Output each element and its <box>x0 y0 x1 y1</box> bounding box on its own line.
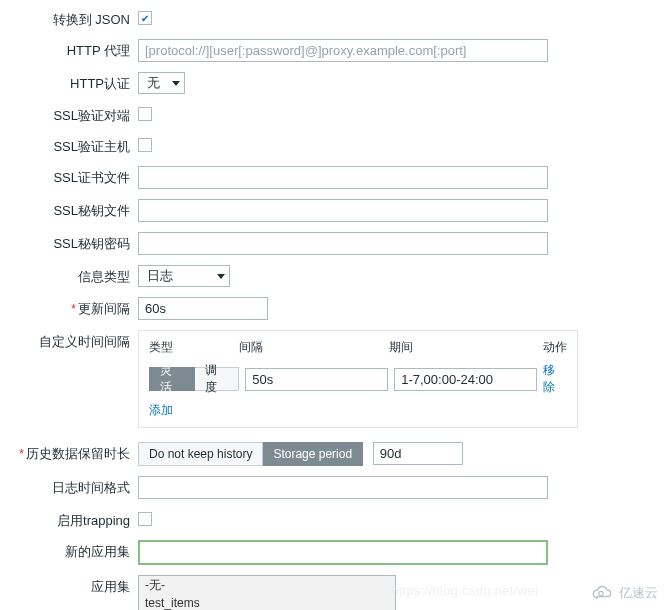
new-appset-input[interactable] <box>138 540 548 565</box>
update-interval-input[interactable] <box>138 297 268 320</box>
ssl-key-file-label: SSL秘钥文件 <box>14 199 138 220</box>
storage-period-button[interactable]: Storage period <box>263 442 363 466</box>
interval-value-input[interactable] <box>245 368 388 391</box>
period-value-input[interactable] <box>394 368 537 391</box>
http-auth-value: 无 <box>147 74 160 92</box>
appset-listbox[interactable]: -无- test_items web <box>138 575 396 610</box>
watermark: 亿速云 <box>591 584 658 602</box>
info-type-label: 信息类型 <box>14 265 138 286</box>
ssl-cert-file-input[interactable] <box>138 166 548 189</box>
remove-link[interactable]: 移除 <box>543 362 567 396</box>
add-link[interactable]: 添加 <box>149 403 173 417</box>
log-time-format-input[interactable] <box>138 476 548 499</box>
history-group: Do not keep history Storage period <box>138 442 363 466</box>
ssl-cert-file-label: SSL证书文件 <box>14 166 138 187</box>
chevron-down-icon <box>172 81 180 86</box>
info-type-value: 日志 <box>147 267 173 285</box>
ssl-verify-host-label: SSL验证主机 <box>14 135 138 156</box>
history-label: *历史数据保留时长 <box>14 442 138 463</box>
col-action: 动作 <box>541 337 567 358</box>
http-auth-select[interactable]: 无 <box>138 72 185 94</box>
ssl-verify-peer-label: SSL验证对端 <box>14 104 138 125</box>
col-interval: 间隔 <box>239 337 389 358</box>
http-proxy-label: HTTP 代理 <box>14 39 138 60</box>
chevron-down-icon <box>217 274 225 279</box>
convert-json-checkbox[interactable] <box>138 11 152 25</box>
interval-type-group: 灵活 调度 <box>149 367 239 391</box>
enable-trapping-checkbox[interactable] <box>138 512 152 526</box>
info-type-select[interactable]: 日志 <box>138 265 230 287</box>
type-schedule-button[interactable]: 调度 <box>195 367 240 391</box>
enable-trapping-label: 启用trapping <box>14 509 138 530</box>
do-not-keep-button[interactable]: Do not keep history <box>138 442 263 466</box>
appset-option[interactable]: -无- <box>139 576 395 595</box>
svg-point-0 <box>599 591 603 595</box>
history-value-input[interactable] <box>373 442 463 465</box>
watermark-text: 亿速云 <box>619 584 658 602</box>
col-period: 期间 <box>389 337 541 358</box>
log-time-format-label: 日志时间格式 <box>14 476 138 497</box>
type-flexible-button[interactable]: 灵活 <box>149 367 195 391</box>
ssl-key-pass-label: SSL秘钥密码 <box>14 232 138 253</box>
custom-interval-box: 类型 间隔 期间 动作 灵活 调度 移除 添加 <box>138 330 578 428</box>
col-type: 类型 <box>149 337 239 358</box>
cloud-icon <box>591 585 613 601</box>
ssl-verify-host-checkbox[interactable] <box>138 138 152 152</box>
custom-interval-label: 自定义时间间隔 <box>14 330 138 351</box>
http-proxy-input[interactable] <box>138 39 548 62</box>
update-interval-label: *更新间隔 <box>14 297 138 318</box>
ssl-key-file-input[interactable] <box>138 199 548 222</box>
appset-option[interactable]: test_items <box>139 595 395 610</box>
new-appset-label: 新的应用集 <box>14 540 138 561</box>
appset-label: 应用集 <box>14 575 138 596</box>
http-auth-label: HTTP认证 <box>14 72 138 93</box>
faint-watermark: https://blog.csdn.net/wei. <box>391 583 542 598</box>
ssl-key-pass-input[interactable] <box>138 232 548 255</box>
convert-json-label: 转换到 JSON <box>14 8 138 29</box>
ssl-verify-peer-checkbox[interactable] <box>138 107 152 121</box>
